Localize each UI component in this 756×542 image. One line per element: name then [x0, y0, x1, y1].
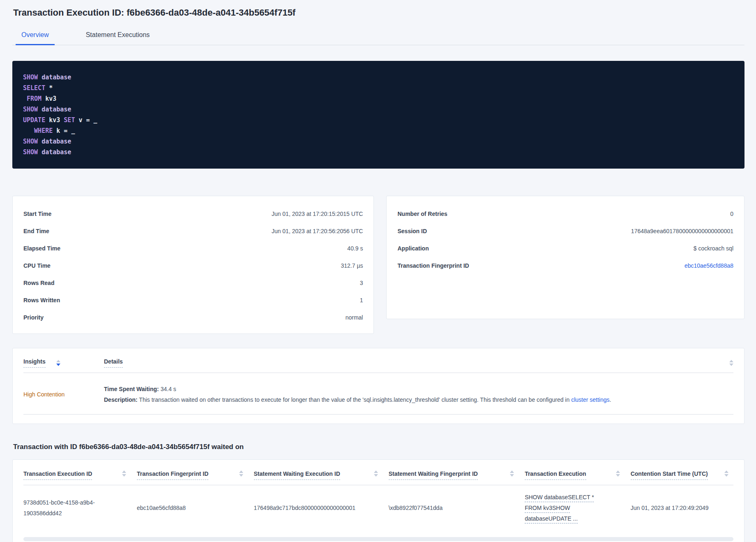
insights-table-header: Insights Details	[23, 356, 733, 373]
sort-icon[interactable]	[729, 360, 733, 366]
details-column-header[interactable]: Details	[104, 358, 123, 368]
priority-value: normal	[346, 314, 363, 321]
sort-icon[interactable]	[724, 470, 728, 477]
sql-line: SHOW database	[23, 147, 734, 158]
rows-read-value: 3	[360, 280, 363, 286]
transaction-details-page: Transaction Execution ID: f6be6366-da03-…	[0, 0, 756, 542]
number-of-retries-label: Number of Retries	[397, 211, 447, 217]
transaction-fingerprint-id-link[interactable]: ebc10ae56cfd88a8	[685, 262, 733, 269]
waited-table-header: Transaction Execution ID Transaction Fin…	[23, 469, 733, 485]
tab-statement-executions[interactable]: Statement Executions	[80, 30, 156, 45]
tab-bar: Overview Statement Executions	[12, 30, 744, 45]
cluster-settings-link[interactable]: cluster settings	[571, 396, 609, 403]
summary-row: Start TimeJun 01, 2023 at 17:20:15:2015 …	[23, 205, 363, 222]
elapsed-time-label: Elapsed Time	[23, 245, 60, 252]
cpu-time-value: 312.7 µs	[341, 262, 363, 269]
column-header-transaction-execution-id[interactable]: Transaction Execution ID	[23, 470, 92, 480]
start-time-label: Start Time	[23, 211, 51, 217]
summary-row: Elapsed Time40.9 s	[23, 240, 363, 257]
sort-icon[interactable]	[122, 470, 126, 477]
sql-line: UPDATE kv3 SET v = _	[23, 115, 734, 125]
summary-row: Transaction Fingerprint IDebc10ae56cfd88…	[397, 257, 733, 274]
column-header-transaction-fingerprint-id[interactable]: Transaction Fingerprint ID	[137, 470, 208, 480]
priority-label: Priority	[23, 314, 44, 321]
summary-row: Number of Retries0	[397, 205, 733, 222]
summary-row: Application$ cockroach sql	[397, 240, 733, 257]
waited-on-table-card: Transaction Execution ID Transaction Fin…	[12, 459, 744, 542]
page-title: Transaction Execution ID: f6be6366-da03-…	[13, 7, 744, 19]
sort-icon[interactable]	[374, 470, 378, 477]
execution-summary-card: Start TimeJun 01, 2023 at 17:20:15:2015 …	[12, 196, 374, 334]
cpu-time-label: CPU Time	[23, 262, 51, 269]
elapsed-time-value: 40.9 s	[347, 245, 363, 252]
rows-written-label: Rows Written	[23, 297, 60, 303]
end-time-label: End Time	[23, 228, 49, 234]
insight-description: Description: This transaction waited on …	[104, 394, 733, 405]
sql-line: SELECT *	[23, 83, 734, 93]
waited-table-row: 9738d051-bc0e-4158-a9b4-1903586ddd42 ebc…	[23, 485, 733, 532]
application-label: Application	[397, 245, 429, 252]
session-summary-card: Number of Retries0 Session ID17648a9eea6…	[386, 196, 744, 319]
column-header-transaction-execution[interactable]: Transaction Execution	[525, 470, 586, 480]
sql-statements-box: SHOW database SELECT * FROM kv3 SHOW dat…	[12, 61, 744, 169]
summary-row: Rows Read3	[23, 274, 363, 292]
column-header-statement-waiting-fingerprint-id[interactable]: Statement Waiting Fingerprint ID	[389, 470, 478, 480]
column-header-contention-start-time[interactable]: Contention Start Time (UTC)	[631, 470, 708, 480]
session-id-label: Session ID	[397, 228, 427, 234]
insights-card: Insights Details High Contention Time Sp…	[12, 348, 744, 424]
summary-cards-row: Start TimeJun 01, 2023 at 17:20:15:2015 …	[12, 196, 744, 334]
summary-row: Rows Written1	[23, 292, 363, 309]
session-id-value: 17648a9eea6017800000000000000001	[631, 228, 733, 234]
insight-row: High Contention Time Spent Waiting: 34.4…	[23, 373, 733, 415]
number-of-retries-value: 0	[730, 211, 733, 217]
column-header-statement-waiting-execution-id[interactable]: Statement Waiting Execution ID	[254, 470, 340, 480]
rows-written-value: 1	[360, 297, 363, 303]
cell-contention-start-time: Jun 01, 2023 at 17:20:49:2049	[631, 503, 733, 513]
summary-row: Session ID17648a9eea60178000000000000000…	[397, 222, 733, 240]
sql-line: SHOW database	[23, 136, 734, 147]
sql-line: SHOW database	[23, 72, 734, 83]
transaction-fingerprint-id-label: Transaction Fingerprint ID	[397, 262, 469, 269]
end-time-value: Jun 01, 2023 at 17:20:56:2056 UTC	[272, 228, 363, 234]
start-time-value: Jun 01, 2023 at 17:20:15:2015 UTC	[272, 211, 363, 217]
rows-read-label: Rows Read	[23, 280, 54, 286]
cell-statement-waiting-execution-id: 176498a9c717bdc80000000000000001	[254, 503, 383, 513]
cell-transaction-fingerprint-id: ebc10ae56cfd88a8	[137, 503, 248, 513]
sort-icon[interactable]	[239, 470, 243, 477]
summary-row: End TimeJun 01, 2023 at 17:20:56:2056 UT…	[23, 222, 363, 240]
sort-icon[interactable]	[510, 470, 514, 477]
application-value: $ cockroach sql	[694, 245, 733, 252]
sort-icon[interactable]	[56, 360, 60, 366]
sql-line: FROM kv3	[23, 93, 734, 104]
sort-icon[interactable]	[616, 470, 620, 477]
cell-transaction-execution-link[interactable]: SHOW databaseSELECT * FROM kv3SHOW datab…	[525, 492, 599, 524]
summary-row: CPU Time312.7 µs	[23, 257, 363, 274]
sql-line: WHERE k = _	[23, 125, 734, 136]
summary-row: Prioritynormal	[23, 309, 363, 326]
cell-transaction-execution-id: 9738d051-bc0e-4158-a9b4-1903586ddd42	[23, 497, 126, 519]
table-horizontal-scrollbar[interactable]	[23, 537, 733, 541]
insights-column-header[interactable]: Insights	[23, 358, 46, 368]
waited-on-heading: Transaction with ID f6be6366-da03-48de-a…	[13, 443, 744, 451]
tab-overview[interactable]: Overview	[16, 30, 55, 45]
sql-line: SHOW database	[23, 104, 734, 115]
cell-statement-waiting-fingerprint-id: \xdb8922f077541dda	[389, 503, 519, 513]
time-spent-waiting: Time Spent Waiting: 34.4 s	[104, 384, 733, 394]
high-contention-badge: High Contention	[23, 391, 65, 398]
